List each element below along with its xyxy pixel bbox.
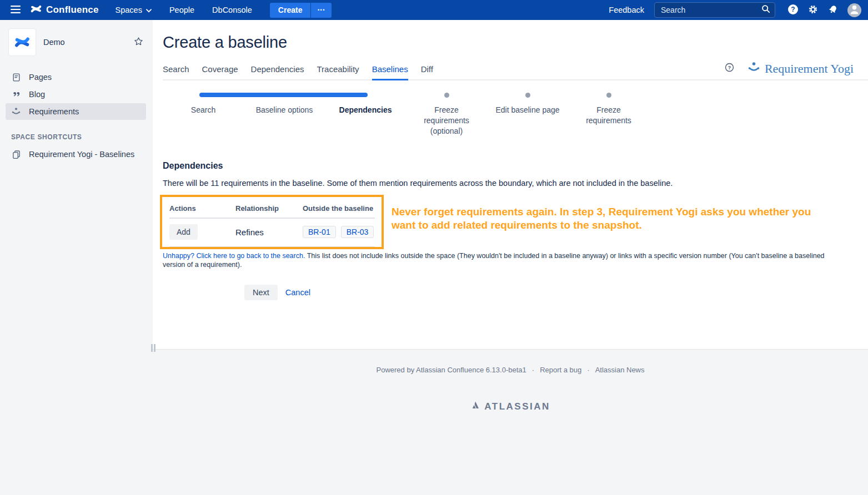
column-outside-the-baseline: Outside the baseline (303, 204, 375, 213)
nav-item-dbconsole[interactable]: DbConsole (203, 0, 261, 20)
requirement-chip-br-03[interactable]: BR-03 (341, 226, 374, 238)
requirement-yogi-wordmark: Requirement Yogi (765, 62, 854, 76)
step-baseline-options: Baseline options (244, 93, 325, 137)
sidebar-resize-handle[interactable] (151, 344, 155, 352)
step-dependencies: Dependencies (325, 93, 406, 137)
favourite-space-button[interactable] (133, 36, 144, 48)
page-title: Create a baseline (163, 33, 868, 52)
notifications-button[interactable] (824, 1, 842, 19)
column-actions: Actions (169, 204, 235, 213)
nav-item-people[interactable]: People (160, 0, 203, 20)
star-icon (133, 36, 144, 48)
user-icon (847, 2, 861, 18)
user-avatar[interactable] (847, 3, 861, 17)
create-button[interactable]: Create (270, 3, 311, 18)
help-circle-icon[interactable]: ? (725, 63, 734, 74)
step-dot (606, 93, 611, 98)
tab-traceability[interactable]: Traceability (317, 64, 359, 80)
help-icon: ? (787, 4, 799, 17)
step-dot (444, 93, 449, 98)
step-search: Search (163, 93, 244, 137)
chevron-down-icon (146, 0, 152, 20)
atlassian-logo: ATLASSIAN (153, 401, 868, 413)
requirement-yogi-logo: Requirement Yogi (747, 61, 854, 76)
page-icon (11, 73, 21, 82)
tab-diff[interactable]: Diff (421, 64, 433, 80)
intro-text: There will be 11 requirements in the bas… (163, 179, 868, 188)
next-button[interactable]: Next (244, 285, 278, 300)
bell-icon (827, 4, 839, 17)
main-content: Create a baseline Search Coverage Depend… (153, 20, 868, 350)
step-edit-baseline-page: Edit baseline page (487, 93, 568, 137)
page-footer: Powered by Atlassian Confluence 6.13.0-b… (153, 366, 868, 374)
unhappy-note: Unhappy? Click here to go back to the se… (163, 252, 847, 269)
cancel-link[interactable]: Cancel (285, 288, 310, 297)
wizard-actions: Next Cancel (244, 285, 868, 300)
sidebar-item-requirements[interactable]: Requirements (6, 103, 146, 120)
atlassian-triangle-icon (470, 401, 480, 413)
stepper-progress-bar (199, 93, 368, 97)
sidebar-item-blog[interactable]: Blog (6, 86, 146, 103)
requirement-chip-br-01[interactable]: BR-01 (303, 226, 336, 238)
sidebar-item-label: Blog (29, 90, 45, 99)
top-nav: Confluence Spaces People DbConsole Creat… (0, 0, 868, 20)
baseline-stepper: Search Baseline options Dependencies Fre… (163, 93, 651, 137)
gear-icon (807, 4, 819, 17)
sidebar-item-label: Pages (29, 73, 52, 82)
help-button[interactable]: ? (784, 1, 802, 19)
powered-by-text: Powered by Atlassian Confluence 6.13.0-b… (376, 366, 526, 374)
back-to-search-link[interactable]: Unhappy? Click here to go back to the se… (163, 252, 305, 260)
hamburger-menu-button[interactable] (7, 1, 24, 19)
table-header: Actions Relationship Outside the baselin… (169, 200, 375, 219)
space-name[interactable]: Demo (43, 38, 65, 47)
svg-text:?: ? (728, 65, 731, 70)
space-sidebar: Demo Pages Blog (0, 20, 153, 495)
tab-search[interactable]: Search (163, 64, 189, 80)
tab-coverage[interactable]: Coverage (202, 64, 238, 80)
section-heading: Dependencies (163, 161, 868, 171)
sidebar-nav: Pages Blog Requirements (0, 69, 153, 120)
create-split-button: Create ••• (270, 3, 332, 18)
report-a-bug-link[interactable]: Report a bug (540, 366, 581, 374)
sidebar-shortcut-requirement-yogi-baselines[interactable]: Requirement Yogi - Baselines (6, 146, 146, 163)
tab-baselines[interactable]: Baselines (372, 64, 408, 80)
brand-name: Confluence (46, 4, 99, 16)
space-logo-icon[interactable] (9, 29, 36, 55)
step-freeze-requirements: Freeze requirements (568, 93, 649, 137)
atlassian-news-link[interactable]: Atlassian News (595, 366, 645, 374)
nav-left-group: Confluence Spaces People DbConsole Creat… (7, 0, 332, 20)
settings-button[interactable] (804, 1, 822, 19)
step-freeze-requirements-optional: Freeze requirements (optional) (406, 93, 487, 137)
pages-copy-icon (11, 150, 21, 159)
feedback-button[interactable]: Feedback (609, 6, 644, 14)
search-box (654, 2, 775, 18)
atlassian-wordmark: ATLASSIAN (484, 401, 550, 412)
sidebar-item-label: Requirement Yogi - Baselines (29, 150, 134, 159)
space-header: Demo (0, 20, 153, 55)
tab-right-group: ? Requirement Yogi (725, 61, 854, 79)
sidebar-item-label: Requirements (29, 107, 79, 116)
search-icon[interactable] (761, 4, 770, 16)
tab-bar: Search Coverage Dependencies Traceabilit… (163, 61, 868, 80)
search-input[interactable] (661, 6, 761, 14)
quote-icon (11, 90, 21, 99)
create-more-button[interactable]: ••• (310, 3, 332, 18)
column-relationship: Relationship (235, 204, 303, 213)
sidebar-item-pages[interactable]: Pages (6, 69, 146, 85)
add-button[interactable]: Add (169, 224, 198, 240)
svg-text:?: ? (791, 6, 795, 13)
space-shortcuts-heading: SPACE SHORTCUTS (11, 133, 153, 141)
step-dot (525, 93, 530, 98)
marketing-annotation: Never forget requirements again. In step… (392, 205, 830, 231)
tab-dependencies[interactable]: Dependencies (251, 64, 304, 80)
nav-right-group: Feedback ? (609, 1, 861, 19)
relationship-value: Refines (235, 228, 303, 237)
confluence-brand[interactable]: Confluence (30, 3, 99, 17)
nav-item-spaces[interactable]: Spaces (107, 0, 160, 20)
confluence-logo-icon (30, 3, 42, 17)
dependencies-row: Actions Relationship Outside the baselin… (163, 195, 868, 246)
table-row: Add Refines BR-01 BR-03 (169, 219, 375, 247)
yogi-icon (11, 107, 21, 117)
dependencies-table-highlight: Actions Relationship Outside the baselin… (160, 195, 384, 249)
hamburger-icon (11, 6, 21, 15)
